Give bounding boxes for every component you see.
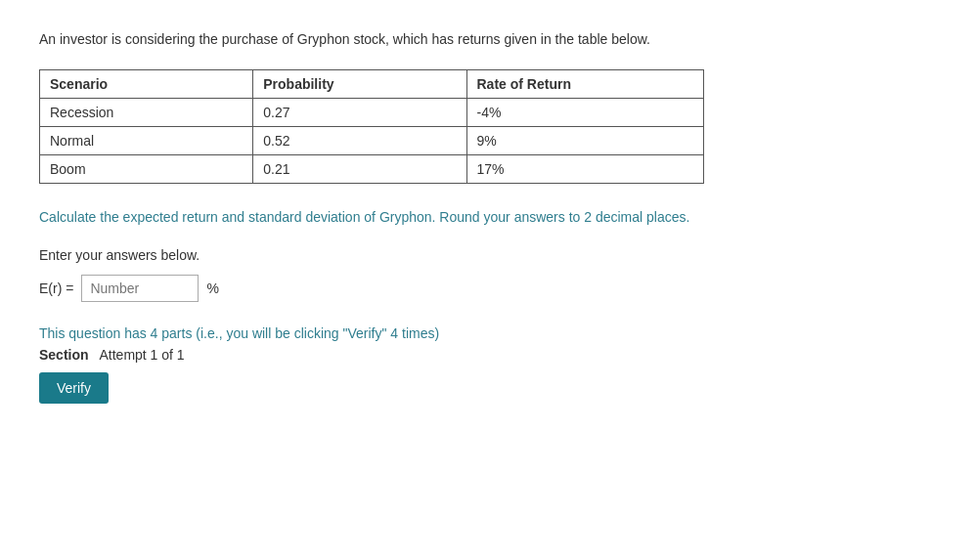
attempt-label: Attempt 1 of 1 [99,347,184,363]
cell-rate-of-return: -4% [466,99,704,127]
table-row: Boom0.2117% [40,155,704,184]
header-rate-of-return: Rate of Return [466,70,704,99]
percent-symbol: % [206,280,218,296]
verify-button[interactable]: Verify [39,372,109,404]
section-attempt: Section Attempt 1 of 1 [39,347,936,363]
table-row: Recession0.27-4% [40,99,704,127]
data-table: Scenario Probability Rate of Return Rece… [39,69,704,184]
cell-scenario: Recession [40,99,253,127]
enter-answers-label: Enter your answers below. [39,247,936,263]
table-row: Normal0.529% [40,127,704,155]
question-note: This question has 4 parts (i.e., you wil… [39,325,936,341]
cell-probability: 0.27 [253,99,466,127]
intro-text: An investor is considering the purchase … [39,29,936,50]
cell-scenario: Normal [40,127,253,155]
cell-scenario: Boom [40,155,253,184]
cell-rate-of-return: 17% [466,155,704,184]
cell-probability: 0.21 [253,155,466,184]
expected-return-label: E(r) = [39,280,73,296]
cell-rate-of-return: 9% [466,127,704,155]
table-header-row: Scenario Probability Rate of Return [40,70,704,99]
header-scenario: Scenario [40,70,253,99]
instruction-text: Calculate the expected return and standa… [39,207,936,228]
cell-probability: 0.52 [253,127,466,155]
header-probability: Probability [253,70,466,99]
expected-return-row: E(r) = % [39,275,936,302]
section-label: Section [39,347,89,363]
expected-return-input[interactable] [81,275,199,302]
